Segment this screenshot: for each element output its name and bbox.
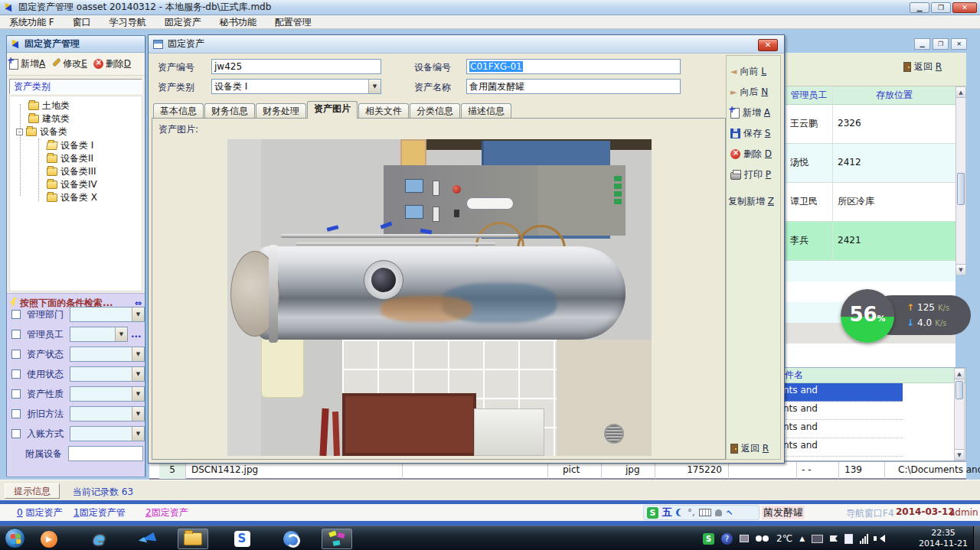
tab-asset-photo[interactable]: 资产图片	[307, 101, 358, 119]
memory-ball-widget[interactable]: 56%	[841, 289, 894, 343]
employee-checkbox[interactable]	[11, 330, 21, 339]
bottom-grid-row[interactable]: 5 DSCN1412.jpg pict jpg 175220 - - 139 C…	[149, 461, 966, 480]
taskbar-media-player-icon[interactable]: ▶	[34, 529, 64, 549]
keyboard-icon[interactable]	[699, 509, 711, 516]
taskbar-sogou-icon[interactable]: S	[227, 529, 257, 549]
asset-status-checkbox[interactable]	[11, 350, 21, 359]
moon-icon[interactable]	[676, 509, 684, 516]
edit-button[interactable]: 修改E	[51, 57, 87, 70]
chevron-down-icon[interactable]: ▼	[132, 367, 144, 381]
return-button[interactable]: 返回 R	[730, 442, 769, 455]
tree-item-equipment-4[interactable]: 设备类IV	[47, 178, 97, 190]
booking-combo[interactable]: ▼	[70, 426, 145, 441]
more-button[interactable]: ...	[131, 329, 142, 340]
menu-window[interactable]: 窗口	[64, 15, 100, 29]
device-no-input[interactable]: C01FXG-01	[466, 59, 681, 74]
collapse-icon[interactable]: -	[16, 129, 23, 135]
tray-flag-icon[interactable]	[830, 535, 838, 542]
mdi-close-button[interactable]: ✕	[951, 38, 967, 50]
save-button[interactable]: 保存 S	[730, 127, 770, 140]
print-button[interactable]: 打印 P	[730, 168, 771, 181]
tray-eyes-icon[interactable]	[756, 533, 769, 544]
menu-learning[interactable]: 学习导航	[100, 15, 155, 29]
table-row[interactable]: 王云鹏2326	[786, 105, 956, 144]
delete-button[interactable]: 删除 D	[730, 148, 772, 161]
punctuation-icon[interactable]: °,	[688, 507, 695, 518]
file-row[interactable]: nts and	[780, 420, 903, 438]
taskbar-bird-icon[interactable]	[132, 529, 162, 549]
menu-fixed-assets[interactable]: 固定资产	[155, 15, 211, 29]
file-row[interactable]: nts and	[780, 438, 903, 457]
copy-add-button[interactable]: 复制新增 Z	[728, 195, 774, 208]
taskbar-explorer-icon-active[interactable]	[178, 529, 208, 549]
usage-status-combo[interactable]: ▼	[70, 366, 145, 382]
chevron-down-icon[interactable]: ▼	[132, 308, 144, 321]
tab-finance-process[interactable]: 财务处理	[256, 103, 306, 119]
start-button[interactable]	[5, 528, 25, 548]
add-button[interactable]: 新增A	[9, 57, 45, 70]
tab-class-info[interactable]: 分类信息	[410, 103, 460, 119]
tree-item-equipment-3[interactable]: 设备类III	[47, 165, 96, 177]
window-item-0[interactable]: 0 固定资产	[17, 506, 62, 519]
table-row[interactable]: 谭卫民所区冷库	[786, 183, 956, 222]
taskbar-browser-icon[interactable]	[276, 529, 306, 549]
dept-combo[interactable]: ▼	[70, 307, 145, 322]
delete-button[interactable]: 删除D	[93, 57, 131, 70]
tab-related-files[interactable]: 相关文件	[358, 103, 409, 119]
restore-button[interactable]: ❐	[931, 2, 951, 13]
add-button[interactable]: 新增 A	[730, 106, 770, 119]
table-row-selected[interactable]: 李兵2421	[786, 222, 956, 261]
bg-table-scrollbar[interactable]: ▲ ▼	[956, 86, 966, 275]
chevron-down-icon[interactable]: ▼	[115, 327, 127, 341]
tree-item-equipment-x[interactable]: 设备类 X	[47, 191, 97, 203]
scroll-thumb[interactable]	[956, 381, 963, 399]
tree-item-equipment[interactable]: - 设备类	[16, 125, 67, 138]
scroll-down-icon[interactable]: ▼	[955, 449, 964, 460]
scroll-thumb[interactable]	[957, 173, 965, 205]
menu-config[interactable]: 配置管理	[266, 15, 321, 29]
tree-item-equipment-2[interactable]: 设备类II	[47, 152, 93, 164]
dept-checkbox[interactable]	[11, 310, 21, 319]
tray-window-icon[interactable]	[740, 535, 749, 542]
asset-no-input[interactable]: jw425	[211, 59, 381, 74]
booking-checkbox[interactable]	[11, 429, 21, 438]
menu-secretary[interactable]: 秘书功能	[211, 15, 266, 29]
chevron-down-icon[interactable]: ▼	[132, 407, 144, 421]
scroll-up-icon[interactable]: ▲	[956, 87, 965, 98]
tray-temperature[interactable]: 2℃	[776, 533, 792, 544]
asset-class-combo[interactable]: 设备类 I▼	[211, 79, 381, 94]
tab-description[interactable]: 描述信息	[461, 103, 511, 119]
tray-expand-icon[interactable]: ▲	[799, 535, 805, 542]
tray-sogou-icon[interactable]: S	[703, 533, 714, 545]
col-location[interactable]: 存放位置	[833, 86, 956, 104]
tree-item-equipment-1[interactable]: 设备类 I	[47, 139, 93, 151]
employee-combo[interactable]: ▼	[70, 327, 128, 342]
asset-nature-combo[interactable]: ▼	[70, 386, 145, 402]
asset-nature-checkbox[interactable]	[11, 389, 21, 399]
file-row-selected[interactable]: nts and	[780, 383, 903, 402]
mdi-minimize-button[interactable]: ▁	[914, 38, 930, 50]
minimize-button[interactable]: ▁	[910, 2, 929, 13]
tab-basic-info[interactable]: 基本信息	[153, 103, 204, 119]
show-desktop-button[interactable]	[973, 526, 980, 550]
menu-system[interactable]: 系统功能 F	[0, 15, 64, 29]
taskbar-ie-icon[interactable]: e	[83, 529, 113, 549]
tray-clipboard-icon[interactable]	[844, 534, 853, 544]
window-item-2-active[interactable]: 2固定资产	[145, 506, 188, 519]
taskbar-clock[interactable]: 22:35 2014-11-21	[919, 528, 968, 549]
tray-monitor-icon[interactable]	[812, 535, 823, 543]
attached-device-input[interactable]	[68, 446, 143, 461]
file-scrollbar[interactable]: ▲ ▼	[954, 368, 965, 461]
depreciation-combo[interactable]: ▼	[70, 406, 145, 421]
next-button[interactable]: ► 向后 N	[730, 86, 768, 99]
tab-finance-info[interactable]: 财务信息	[204, 103, 255, 119]
tray-network-icon[interactable]	[860, 533, 869, 544]
asset-status-combo[interactable]: ▼	[70, 347, 145, 362]
status-tab-hint[interactable]: 提示信息	[5, 483, 60, 499]
prev-button[interactable]: ◄ 向前 L	[730, 65, 766, 78]
chevron-down-icon[interactable]: ▼	[368, 80, 381, 93]
taskbar-asset-app-icon-active[interactable]	[322, 529, 352, 549]
scroll-up-icon[interactable]: ▲	[955, 369, 964, 379]
tree-item-land[interactable]: 土地类	[28, 99, 70, 112]
person-icon[interactable]	[715, 509, 722, 516]
